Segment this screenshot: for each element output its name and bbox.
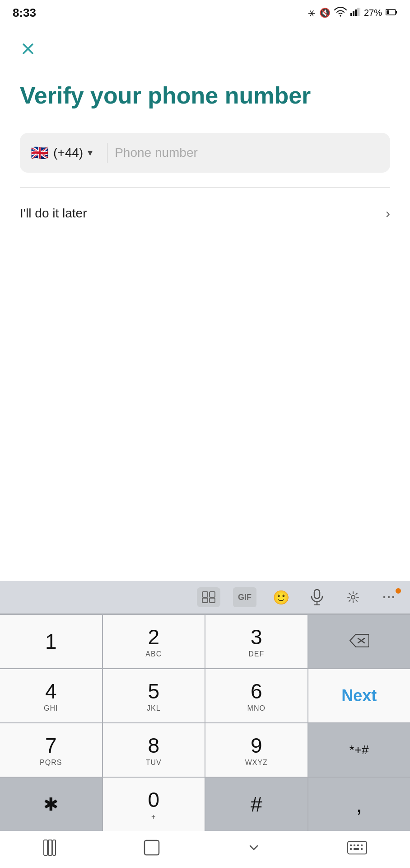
do-later-row[interactable]: I'll do it later ›: [20, 202, 390, 225]
input-divider: [107, 143, 107, 163]
key-next[interactable]: Next: [308, 669, 410, 722]
key-5[interactable]: 5 JKL: [103, 669, 205, 722]
svg-rect-11: [210, 598, 215, 603]
status-icons: ⚹ 🔇 27%: [308, 7, 397, 19]
key-backspace[interactable]: [308, 615, 410, 668]
settings-icon[interactable]: [341, 587, 365, 607]
keyboard-toolbar: GIF 🙂 ···: [0, 581, 410, 614]
key-sub: PQRS: [40, 759, 62, 767]
key-main: 3: [251, 625, 262, 649]
phone-number-input[interactable]: [115, 146, 379, 160]
key-main: ✱: [43, 794, 59, 815]
key-4[interactable]: 4 GHI: [0, 669, 102, 722]
svg-rect-4: [359, 8, 360, 16]
svg-rect-2: [355, 9, 357, 16]
svg-rect-20: [348, 841, 367, 854]
key-0[interactable]: 0 +: [103, 778, 205, 831]
key-9[interactable]: 9 WXYZ: [205, 723, 308, 777]
svg-rect-24: [361, 844, 363, 846]
key-1[interactable]: 1: [0, 615, 102, 668]
country-code: (+44): [53, 146, 83, 160]
wifi-icon: [334, 7, 347, 19]
nav-bar: [0, 831, 410, 868]
microphone-icon[interactable]: [305, 587, 329, 607]
key-hash[interactable]: #: [205, 778, 308, 831]
key-sub: +: [151, 813, 156, 821]
mute-icon: 🔇: [319, 7, 331, 18]
key-main: Next: [341, 686, 377, 705]
signal-icon: [350, 8, 360, 18]
svg-rect-27: [361, 848, 363, 850]
emoji-icon[interactable]: 🙂: [269, 587, 293, 607]
svg-rect-8: [202, 592, 208, 597]
svg-rect-0: [350, 13, 352, 16]
svg-rect-22: [354, 844, 355, 846]
key-main: #: [251, 792, 262, 816]
svg-rect-1: [353, 11, 354, 16]
key-sub: MNO: [247, 704, 266, 712]
spacer: [0, 403, 410, 581]
key-sub: TUV: [146, 759, 162, 767]
main-content: Verify your phone number 🇬🇧 (+44) ▾ I'll…: [0, 24, 410, 403]
nav-keyboard-button[interactable]: [335, 836, 380, 859]
keyboard-area: GIF 🙂 ··· 1 2 ABC: [0, 581, 410, 868]
status-bar: 8:33 ⚹ 🔇 27%: [0, 0, 410, 24]
svg-rect-23: [357, 844, 359, 846]
close-button[interactable]: [16, 37, 40, 61]
page-title: Verify your phone number: [20, 82, 390, 109]
nav-home-button[interactable]: [130, 834, 173, 861]
backspace-icon: [349, 632, 369, 651]
gif-icon[interactable]: GIF: [233, 587, 256, 607]
key-main: 1: [45, 629, 57, 654]
key-2[interactable]: 2 ABC: [103, 615, 205, 668]
chevron-down-icon: ▾: [88, 147, 93, 159]
key-main: 9: [251, 733, 262, 758]
battery-icon: [386, 8, 397, 18]
key-3[interactable]: 3 DEF: [205, 615, 308, 668]
chevron-right-icon: ›: [386, 206, 390, 221]
key-sub: DEF: [248, 650, 264, 658]
key-comma[interactable]: ,: [308, 778, 410, 831]
svg-point-15: [351, 595, 355, 599]
key-main: ,: [356, 792, 362, 817]
key-main: 7: [45, 733, 57, 758]
svg-rect-17: [48, 840, 52, 855]
svg-rect-9: [210, 592, 215, 597]
nav-back-button[interactable]: [30, 833, 69, 863]
notification-dot: [396, 588, 401, 594]
key-symbols[interactable]: *+#: [308, 723, 410, 777]
svg-rect-12: [314, 590, 320, 599]
key-7[interactable]: 7 PQRS: [0, 723, 102, 777]
svg-rect-7: [387, 10, 389, 14]
country-flag: 🇬🇧: [31, 144, 49, 161]
svg-rect-18: [53, 840, 56, 855]
svg-rect-10: [202, 598, 208, 603]
sticker-icon[interactable]: [197, 587, 220, 607]
country-selector[interactable]: 🇬🇧 (+44) ▾: [31, 144, 100, 161]
nav-down-button[interactable]: [234, 836, 274, 859]
do-later-text: I'll do it later: [20, 206, 87, 221]
svg-rect-21: [350, 844, 352, 846]
more-icon[interactable]: ···: [377, 587, 401, 607]
key-sub: WXYZ: [245, 759, 268, 767]
bluetooth-icon: ⚹: [308, 8, 316, 18]
status-time: 8:33: [13, 6, 36, 20]
svg-rect-26: [354, 848, 359, 850]
key-sub: JKL: [147, 704, 161, 712]
svg-rect-6: [396, 11, 397, 14]
key-sub: GHI: [44, 704, 58, 712]
svg-rect-25: [350, 848, 352, 850]
key-main: 2: [148, 625, 159, 649]
key-main: 4: [45, 679, 57, 703]
svg-rect-16: [44, 840, 47, 855]
key-star[interactable]: ✱: [0, 778, 102, 831]
svg-rect-3: [357, 8, 359, 16]
section-divider: [20, 187, 390, 188]
key-8[interactable]: 8 TUV: [103, 723, 205, 777]
phone-input-container: 🇬🇧 (+44) ▾: [20, 133, 390, 173]
key-6[interactable]: 6 MNO: [205, 669, 308, 722]
key-sub: ABC: [145, 650, 162, 658]
key-main: 0: [148, 788, 159, 812]
key-main: 6: [251, 679, 262, 703]
key-main: 8: [148, 733, 159, 758]
